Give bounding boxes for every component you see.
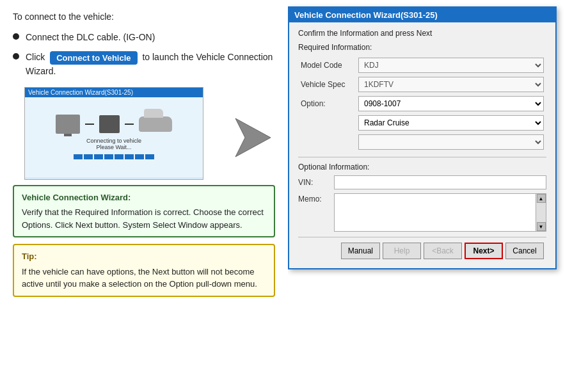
bullet-text-2-pre: Click Connect to Vehicle to launch the V… [26, 51, 275, 78]
tip-text: If the vehicle can have options, the Nex… [22, 266, 266, 291]
option-row-1: Option: 0908-1007 [298, 94, 546, 113]
vin-input[interactable] [334, 175, 546, 189]
device-icon [99, 115, 120, 133]
required-info-table: Model Code KDJ Vehicle Spec 1KDFTV [298, 56, 546, 152]
right-panel: Vehicle Connection Wizard(S301-25) Confi… [288, 0, 588, 368]
mini-wizard-titlebar: Vehicle Connection Wizard(S301-25) [25, 88, 203, 97]
dialog-buttons: Manual Help <Back Next> Cancel [298, 237, 546, 262]
intro-text: To connect to the vehicle: [13, 12, 275, 22]
option-select-3[interactable] [358, 134, 544, 150]
cancel-button[interactable]: Cancel [505, 243, 544, 259]
confirm-text: Confirm the Information and press Next [298, 29, 546, 38]
vin-label: VIN: [298, 178, 330, 187]
dialog-titlebar: Vehicle Connection Wizard(S301-25) [289, 8, 555, 22]
mini-wizard-preview: Vehicle Connection Wizard(S301-25) Conne… [24, 87, 203, 180]
memo-label: Memo: [298, 193, 330, 204]
memo-wrapper: ▲ ▼ [334, 193, 546, 232]
memo-scrollbar: ▲ ▼ [536, 194, 546, 231]
mini-wizard-content: Connecting to vehicle Please Wait... [25, 97, 203, 177]
mini-connecting-text: Connecting to vehicle Please Wait... [86, 138, 141, 150]
car-icon [139, 116, 172, 132]
bullet-list: Connect the DLC cable. (IG-ON) Click Con… [13, 31, 275, 78]
optional-label: Optional Information: [298, 163, 546, 172]
computer-icon [56, 115, 80, 134]
required-section-label: Required Information: [298, 43, 546, 52]
scrollbar-down-btn[interactable]: ▼ [537, 222, 546, 231]
arrow-icon [232, 115, 274, 160]
connect-to-vehicle-button[interactable]: Connect to Vehicle [50, 51, 137, 65]
divider [298, 157, 546, 157]
model-code-row: Model Code KDJ [298, 56, 546, 75]
vehicle-spec-label: Vehicle Spec [298, 75, 356, 94]
memo-textarea[interactable] [335, 194, 536, 231]
bullet-item-1: Connect the DLC cable. (IG-ON) [13, 31, 275, 44]
info-box-title: Vehicle Connection Wizard: [22, 191, 266, 204]
left-panel: To connect to the vehicle: Connect the D… [0, 0, 288, 368]
mini-progress-bar [74, 154, 154, 159]
svg-marker-0 [235, 118, 271, 157]
mini-wizard-icons [56, 115, 172, 134]
info-box-text: Verify that the Required Information is … [22, 206, 266, 231]
vehicle-spec-row: Vehicle Spec 1KDFTV [298, 75, 546, 94]
vehicle-spec-select[interactable]: 1KDFTV [358, 77, 544, 92]
bullet-item-2: Click Connect to Vehicle to launch the V… [13, 51, 275, 78]
dialog-title: Vehicle Connection Wizard(S301-25) [294, 10, 438, 20]
bullet-dot-1 [13, 33, 19, 40]
option-row-3 [298, 132, 546, 152]
option-select-2[interactable]: Radar Cruise [358, 115, 544, 131]
optional-section: Optional Information: VIN: Memo: ▲ ▼ [298, 163, 546, 232]
tip-title: Tip: [22, 250, 266, 263]
scrollbar-up-btn[interactable]: ▲ [537, 194, 546, 203]
bullet-dot-2 [13, 53, 19, 60]
model-code-label: Model Code [298, 56, 356, 75]
info-box-wizard: Vehicle Connection Wizard: Verify that t… [13, 185, 275, 238]
memo-row: Memo: ▲ ▼ [298, 193, 546, 232]
option-select-1[interactable]: 0908-1007 [358, 96, 544, 111]
option-label: Option: [298, 94, 356, 113]
dialog-body: Confirm the Information and press Next R… [289, 22, 555, 268]
connector-line-2 [125, 124, 134, 125]
dialog-window: Vehicle Connection Wizard(S301-25) Confi… [288, 6, 557, 269]
option-row-2: Radar Cruise [298, 113, 546, 132]
tip-box: Tip: If the vehicle can have options, th… [13, 244, 275, 297]
bullet-text-1: Connect the DLC cable. (IG-ON) [26, 31, 155, 44]
back-button[interactable]: <Back [424, 243, 462, 259]
next-button[interactable]: Next> [465, 243, 503, 259]
model-code-select[interactable]: KDJ [358, 58, 544, 73]
manual-button[interactable]: Manual [341, 243, 380, 259]
connector-line-1 [85, 124, 94, 125]
help-button[interactable]: Help [383, 243, 421, 259]
vin-row: VIN: [298, 175, 546, 189]
